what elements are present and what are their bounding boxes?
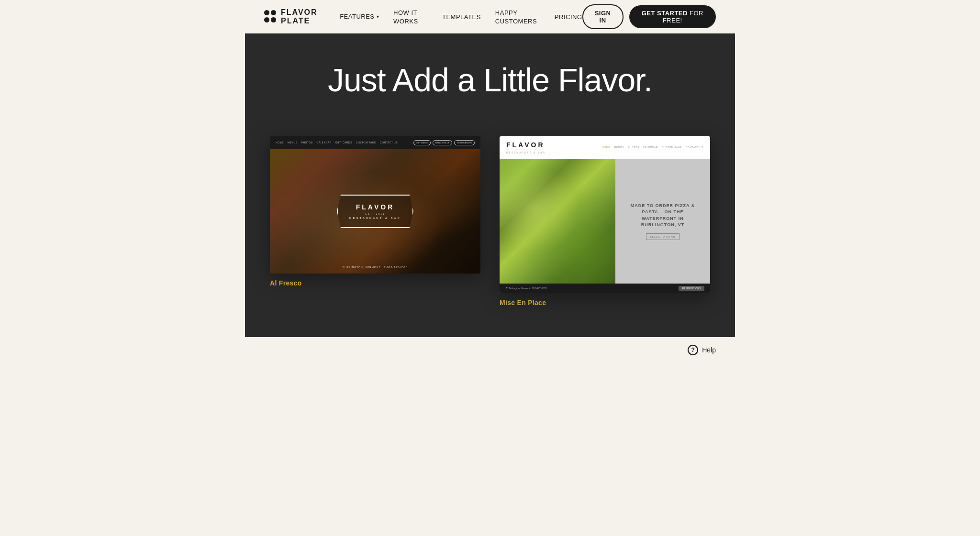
template-light-hero: MADE TO ORDER PIZZA & PASTA – ON THE WAT…	[500, 159, 710, 284]
template-preview-dark: HOME MENUS PHOTOS CALENDAR GIFT CARDS CU…	[270, 136, 480, 273]
t1-btn-gift: GIFT CARDS	[413, 140, 431, 145]
t2-nav-photos: PHOTOS	[628, 146, 639, 149]
t1-nav-menus: MENUS	[288, 141, 298, 144]
nav-link-happy-customers[interactable]: HAPPY CUSTOMERS	[495, 9, 537, 25]
nav-item-features[interactable]: FEATURES	[340, 13, 379, 20]
nav-link-pricing[interactable]: PRICING	[555, 13, 582, 21]
template-light-food-image	[500, 159, 615, 284]
template-label-al-fresco: Al Fresco	[270, 273, 480, 289]
template-light-footer: 📍 Burlington, Vermont · 802-497-6578 RES…	[500, 284, 710, 293]
hero-headline: Just Add a Little Flavor.	[264, 62, 716, 98]
nav-link-features[interactable]: FEATURES	[340, 13, 379, 20]
template-dark-badge-name: FLAVOR	[349, 203, 401, 211]
help-button[interactable]: ? Help	[688, 345, 716, 355]
logo-icon	[264, 10, 276, 23]
nav-item-templates[interactable]: TEMPLATES	[442, 12, 481, 21]
get-started-bold: GET STARTED	[642, 10, 688, 17]
template-preview-light: FLAVOR RESTAURANT & BAR HOME MENUS PHOTO…	[500, 136, 710, 293]
logo[interactable]: FLAVOR PLATE	[264, 8, 340, 25]
navbar: FLAVOR PLATE FEATURES HOW IT WORKS TEMPL…	[245, 0, 735, 33]
templates-section: HOME MENUS PHOTOS CALENDAR GIFT CARDS CU…	[245, 136, 735, 337]
t2-nav-custom: CUSTOM PAGE	[662, 146, 682, 149]
template-light-footer-reservations: RESERVATIONS	[679, 286, 704, 291]
nav-item-happy-customers[interactable]: HAPPY CUSTOMERS	[495, 8, 540, 25]
template-label-mise-en-place: Mise En Place	[500, 293, 710, 308]
t1-nav-calendar: CALENDAR	[317, 141, 332, 144]
help-icon: ?	[688, 345, 698, 355]
template-dark-badge-sub: RESTAURANT & BAR	[349, 217, 401, 219]
t2-nav-calendar: CALENDAR	[643, 146, 658, 149]
nav-item-pricing[interactable]: PRICING	[555, 12, 582, 21]
template-light-nav-links: HOME MENUS PHOTOS CALENDAR CUSTOM PAGE C…	[602, 146, 703, 149]
template-dark-hero-image: FLAVOR — est. 2011 — RESTAURANT & BAR BU…	[270, 149, 480, 273]
t1-nav-custom: CUSTOM PAGE	[356, 141, 376, 144]
t1-nav-contact: CONTACT US	[380, 141, 398, 144]
template-light-logo-sub: RESTAURANT & BAR	[506, 150, 546, 154]
template-dark-nav: HOME MENUS PHOTOS CALENDAR GIFT CARDS CU…	[270, 136, 480, 149]
nav-link-how-it-works[interactable]: HOW IT WORKS	[393, 9, 418, 25]
template-light-footer-address: 📍 Burlington, Vermont · 802-497-6578	[505, 287, 547, 290]
nav-link-templates[interactable]: TEMPLATES	[442, 13, 481, 21]
t1-nav-home: HOME	[276, 141, 284, 144]
t1-nav-gift-cards: GIFT CARDS	[335, 141, 352, 144]
template-light-logo: FLAVOR	[506, 141, 546, 149]
template-dark-address: BURLINGTON, VERMONT · 1-802-497-6578	[270, 266, 480, 269]
sign-in-button[interactable]: SIGN IN	[582, 4, 624, 29]
help-label: Help	[702, 346, 716, 354]
template-light-nav: FLAVOR RESTAURANT & BAR HOME MENUS PHOTO…	[500, 136, 710, 159]
t1-nav-photos: PHOTOS	[301, 141, 313, 144]
template-dark-nav-links: HOME MENUS PHOTOS CALENDAR GIFT CARDS CU…	[276, 141, 398, 144]
t2-nav-home: HOME	[602, 146, 610, 149]
template-card-al-fresco[interactable]: HOME MENUS PHOTOS CALENDAR GIFT CARDS CU…	[270, 136, 480, 308]
template-dark-badge: FLAVOR — est. 2011 — RESTAURANT & BAR	[337, 195, 413, 228]
nav-links: FEATURES HOW IT WORKS TEMPLATES HAPPY CU…	[340, 8, 582, 25]
t2-nav-contact: CONTACT US	[686, 146, 703, 149]
template-dark-badge-est: — est. 2011 —	[349, 212, 401, 215]
template-dark-nav-btns: GIFT CARDS EMAIL SIGN-UP RESERVATIONS	[413, 140, 475, 145]
t2-nav-menus: MENUS	[614, 146, 624, 149]
nav-item-how-it-works[interactable]: HOW IT WORKS	[393, 8, 428, 25]
bottom-bar: ? Help	[245, 337, 735, 363]
template-light-logo-area: FLAVOR RESTAURANT & BAR	[506, 141, 546, 154]
t1-btn-email: EMAIL SIGN-UP	[433, 140, 453, 145]
template-light-panel-text: MADE TO ORDER PIZZA & PASTA – ON THE WAT…	[625, 203, 701, 229]
brand-name: FLAVOR PLATE	[281, 8, 340, 25]
template-light-menu-btn[interactable]: SELECT A MENU	[646, 233, 680, 240]
hero-section: Just Add a Little Flavor.	[245, 33, 735, 136]
nav-actions: SIGN IN GET STARTED FOR FREE!	[582, 4, 716, 29]
t1-btn-res: RESERVATIONS	[454, 140, 475, 145]
template-dark-overlay: FLAVOR — est. 2011 — RESTAURANT & BAR	[270, 149, 480, 273]
template-card-mise-en-place[interactable]: FLAVOR RESTAURANT & BAR HOME MENUS PHOTO…	[500, 136, 710, 308]
get-started-button[interactable]: GET STARTED FOR FREE!	[629, 5, 716, 28]
template-light-panel: MADE TO ORDER PIZZA & PASTA – ON THE WAT…	[615, 159, 710, 284]
